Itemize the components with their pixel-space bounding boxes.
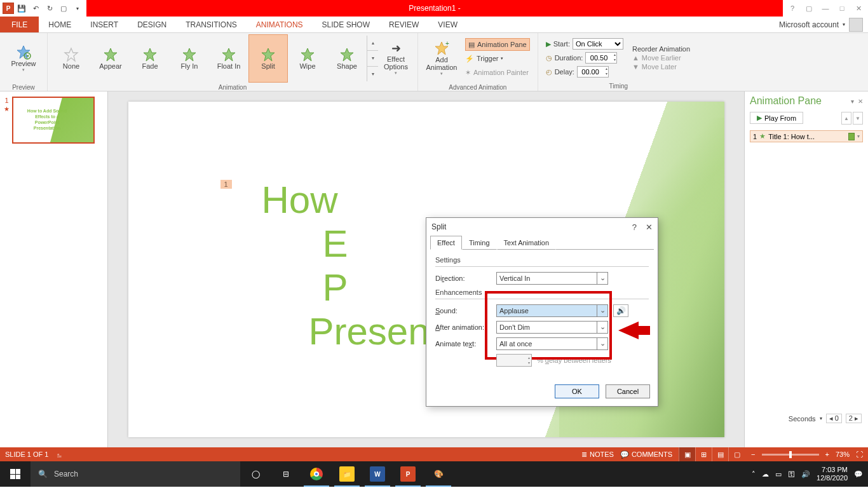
- anim-fly-in[interactable]: Fly In: [170, 34, 209, 83]
- dialog-tab-text-animation[interactable]: Text Animation: [497, 236, 557, 250]
- move-later-button[interactable]: ▼Move Later: [632, 63, 690, 71]
- save-icon[interactable]: 💾: [15, 2, 28, 15]
- volume-icon[interactable]: 🔊: [801, 470, 810, 478]
- sound-preview-button[interactable]: 🔊: [613, 304, 628, 317]
- zoom-level[interactable]: 73%: [836, 451, 850, 458]
- svg-marker-9: [301, 48, 314, 61]
- preview-button[interactable]: Preview ▾: [4, 34, 43, 83]
- tab-home[interactable]: HOME: [39, 17, 81, 32]
- tab-view[interactable]: VIEW: [428, 17, 467, 32]
- slide-counter[interactable]: SLIDE 1 OF 1: [5, 451, 48, 458]
- fit-to-window-button[interactable]: ⛶: [856, 451, 863, 458]
- ribbon-help-icon[interactable]: ?: [787, 4, 798, 12]
- paint-icon[interactable]: 🎨: [423, 461, 454, 487]
- tab-design[interactable]: DESIGN: [128, 17, 176, 32]
- tab-insert[interactable]: INSERT: [81, 17, 128, 32]
- anim-none[interactable]: None: [51, 34, 91, 83]
- battery-icon[interactable]: ▭: [775, 470, 782, 478]
- start-button[interactable]: [0, 461, 31, 487]
- add-animation-button[interactable]: + Add Animation ▾: [422, 34, 461, 83]
- minimize-icon[interactable]: —: [820, 4, 831, 12]
- dialog-tab-effect[interactable]: Effect: [430, 236, 462, 250]
- zoom-in-button[interactable]: +: [825, 451, 829, 458]
- animation-item-1[interactable]: 1 ★ Title 1: How t... ▾: [750, 130, 863, 142]
- spellcheck-icon[interactable]: ⎁: [57, 451, 62, 458]
- move-earlier-button[interactable]: ▲Move Earlier: [632, 54, 690, 62]
- dialog-tab-timing[interactable]: Timing: [462, 236, 497, 250]
- start-select[interactable]: On Click: [573, 38, 623, 50]
- taskbar-search[interactable]: 🔍Search: [31, 461, 240, 487]
- file-explorer-icon[interactable]: 📁: [332, 461, 362, 487]
- anim-wipe[interactable]: Wipe: [288, 34, 327, 83]
- anim-split[interactable]: Split: [248, 34, 288, 83]
- anim-item-menu-icon[interactable]: ▾: [857, 133, 860, 139]
- trigger-button[interactable]: ⚡Trigger▾: [465, 52, 530, 65]
- comments-button[interactable]: 💬COMMENTS: [620, 451, 672, 459]
- animation-pane-button[interactable]: ▤Animation Pane: [465, 38, 530, 51]
- after-animation-select[interactable]: Don't Dim: [496, 321, 608, 334]
- chevron-down-icon[interactable]: ▾: [820, 416, 822, 421]
- undo-icon[interactable]: ↶: [29, 2, 42, 15]
- account-menu[interactable]: Microsoft account ▾: [779, 17, 868, 32]
- tab-review[interactable]: REVIEW: [379, 17, 428, 32]
- slideshow-icon[interactable]: ▢: [57, 2, 70, 15]
- dialog-help-icon[interactable]: ?: [632, 222, 637, 232]
- ribbon-display-icon[interactable]: ▢: [803, 4, 815, 13]
- animation-painter-button[interactable]: ✶Animation Painter: [465, 66, 530, 79]
- notifications-icon[interactable]: 💬: [854, 470, 863, 478]
- chrome-icon[interactable]: [301, 461, 332, 487]
- anim-float-in[interactable]: Float In: [209, 34, 248, 83]
- comments-icon: 💬: [620, 451, 629, 459]
- cortana-icon[interactable]: ◯: [240, 461, 271, 487]
- normal-view-button[interactable]: ▣: [679, 447, 695, 461]
- sound-select[interactable]: Applause: [496, 304, 608, 317]
- word-icon[interactable]: W: [362, 461, 393, 487]
- qat-more-icon[interactable]: ▾: [71, 2, 84, 15]
- delay-letters-spinner[interactable]: [496, 354, 532, 367]
- slide-thumbnail-1[interactable]: How to Add Sound Effects to a PowerPoint…: [12, 97, 95, 144]
- cancel-button[interactable]: Cancel: [606, 384, 650, 398]
- redo-icon[interactable]: ↻: [43, 2, 56, 15]
- duration-input[interactable]: [585, 52, 617, 64]
- pane-close-icon[interactable]: ✕: [858, 98, 863, 105]
- task-view-icon[interactable]: ⊟: [271, 461, 301, 487]
- tab-animations[interactable]: ANIMATIONS: [247, 17, 313, 32]
- notes-button[interactable]: ≣NOTES: [581, 451, 614, 459]
- slideshow-view-button[interactable]: ▢: [728, 447, 745, 461]
- anim-appear[interactable]: Appear: [91, 34, 130, 83]
- file-tab[interactable]: FILE: [0, 17, 39, 32]
- powerpoint-taskbar-icon[interactable]: P: [393, 461, 423, 487]
- play-from-button[interactable]: ▶Play From: [750, 112, 803, 124]
- gallery-up[interactable]: ▴: [367, 36, 378, 51]
- dialog-close-icon[interactable]: ✕: [646, 222, 653, 232]
- gallery-down[interactable]: ▾: [367, 51, 378, 66]
- tray-overflow-icon[interactable]: ˄: [752, 470, 756, 478]
- sorter-view-button[interactable]: ⊞: [695, 447, 712, 461]
- animate-text-select[interactable]: All at once: [496, 337, 608, 350]
- delay-input[interactable]: [577, 66, 609, 78]
- zoom-slider[interactable]: [762, 454, 819, 456]
- ok-button[interactable]: OK: [555, 384, 599, 398]
- wifi-icon[interactable]: ⚿: [788, 470, 795, 478]
- taskbar-clock[interactable]: 7:03 PM 12/8/2020: [817, 466, 848, 482]
- anim-shape[interactable]: Shape: [327, 34, 367, 83]
- animation-tag-1[interactable]: 1: [220, 180, 232, 189]
- reading-view-button[interactable]: ▤: [712, 447, 728, 461]
- tab-slide-show[interactable]: SLIDE SHOW: [313, 17, 379, 32]
- reorder-down-button[interactable]: ▼: [853, 112, 863, 125]
- effect-options-button[interactable]: ➜ Effect Options ▾: [378, 34, 414, 83]
- timeline-next-button[interactable]: 2 ▸: [846, 414, 862, 423]
- star-icon: [103, 47, 118, 62]
- close-icon[interactable]: ✕: [853, 4, 864, 13]
- dialog-titlebar[interactable]: Split ? ✕: [426, 218, 658, 236]
- onedrive-icon[interactable]: ☁: [762, 470, 769, 478]
- zoom-out-button[interactable]: −: [751, 451, 755, 458]
- timeline-prev-button[interactable]: ◂ 0: [826, 414, 842, 423]
- reorder-up-button[interactable]: ▲: [841, 112, 851, 125]
- anim-fade[interactable]: Fade: [130, 34, 170, 83]
- tab-transitions[interactable]: TRANSITIONS: [176, 17, 247, 32]
- gallery-more[interactable]: ▾: [367, 67, 378, 81]
- direction-select[interactable]: Vertical In: [496, 272, 608, 285]
- maximize-icon[interactable]: □: [836, 4, 848, 12]
- pane-options-icon[interactable]: ▾: [851, 98, 854, 105]
